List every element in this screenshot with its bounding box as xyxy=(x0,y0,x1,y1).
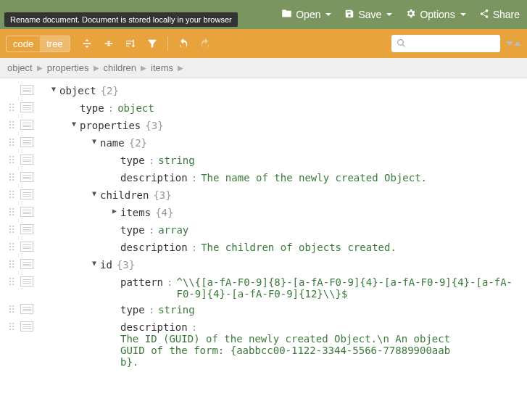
drag-handle-icon[interactable]: ⠿ xyxy=(3,259,20,271)
crumb[interactable]: object xyxy=(7,62,33,73)
drag-handle-icon[interactable]: ⠿ xyxy=(3,207,20,218)
search-prev-icon[interactable] xyxy=(514,41,521,46)
context-menu-icon[interactable] xyxy=(20,242,33,252)
node-count: {3} xyxy=(145,120,163,131)
top-actions: Open Save Options Share xyxy=(281,8,520,21)
context-menu-icon[interactable] xyxy=(20,224,33,234)
node-key[interactable]: items xyxy=(120,207,151,218)
node-key[interactable]: properties xyxy=(80,120,141,131)
collapse-all-icon[interactable] xyxy=(99,34,118,53)
colon: : xyxy=(191,242,197,253)
node-value[interactable]: array xyxy=(158,224,188,236)
node-key[interactable]: type xyxy=(80,102,104,114)
context-menu-icon[interactable] xyxy=(20,85,33,95)
redo-icon[interactable] xyxy=(196,34,215,53)
node-value[interactable]: object xyxy=(117,102,154,114)
toggle-icon[interactable]: ▼ xyxy=(88,189,100,197)
context-menu-icon[interactable] xyxy=(20,321,33,332)
context-menu-icon[interactable] xyxy=(20,304,33,314)
node-value[interactable]: The children of objects created. xyxy=(201,242,397,253)
filter-icon[interactable] xyxy=(143,34,162,53)
drag-handle-icon[interactable]: ⠿ xyxy=(3,242,20,253)
drag-handle-icon[interactable]: ⠿ xyxy=(3,120,20,131)
node-key[interactable]: type xyxy=(120,304,145,316)
mode-code[interactable]: code xyxy=(7,36,40,52)
top-bar: Rename document. Document is stored loca… xyxy=(0,0,527,29)
drag-handle-icon[interactable]: ⠿ xyxy=(3,137,20,149)
crumb[interactable]: properties xyxy=(47,62,89,73)
node-key[interactable]: type xyxy=(120,224,145,236)
crumb[interactable]: items xyxy=(151,62,173,73)
rename-tooltip: Rename document. Document is stored loca… xyxy=(4,12,238,27)
drag-handle-icon[interactable]: ⠿ xyxy=(3,172,20,184)
caret-down-icon xyxy=(460,13,466,16)
toggle-icon[interactable]: ▶ xyxy=(109,207,120,215)
node-key[interactable]: pattern xyxy=(120,276,163,288)
tool-search xyxy=(391,35,521,52)
context-menu-icon[interactable] xyxy=(20,189,33,199)
options-button[interactable]: Options xyxy=(405,8,465,21)
share-label: Share xyxy=(493,9,520,20)
search-input[interactable] xyxy=(391,35,500,52)
node-value[interactable]: ^\\{[a-fA-F0-9]{8}-[a-fA-F0-9]{4}-[a-fA-… xyxy=(176,276,517,300)
breadcrumb: object ▶ properties ▶ children ▶ items ▶ xyxy=(0,58,527,78)
toggle-icon[interactable]: ▼ xyxy=(68,120,80,128)
node-value[interactable]: string xyxy=(158,304,195,316)
context-menu-icon[interactable] xyxy=(20,137,33,147)
drag-handle-icon[interactable]: ⠿ xyxy=(3,321,20,333)
share-button[interactable]: Share xyxy=(479,8,520,21)
context-menu-icon[interactable] xyxy=(20,172,33,182)
tree-row: ⠿▼properties{3} xyxy=(3,118,524,135)
options-label: Options xyxy=(420,9,455,20)
toggle-icon[interactable]: ▼ xyxy=(48,85,59,93)
search-nav xyxy=(506,41,521,46)
node-value[interactable]: string xyxy=(158,155,195,166)
node-key[interactable]: description xyxy=(120,172,188,184)
context-menu-icon[interactable] xyxy=(20,259,33,269)
colon: : xyxy=(108,102,114,114)
tree-row: ⠿▼name{2} xyxy=(3,135,524,152)
node-key[interactable]: description xyxy=(120,321,188,333)
toggle-icon[interactable]: ▼ xyxy=(88,259,100,267)
colon: : xyxy=(191,321,197,333)
save-label: Save xyxy=(358,9,381,20)
chevron-right-icon: ▶ xyxy=(37,64,43,72)
context-menu-icon[interactable] xyxy=(20,120,33,130)
node-value[interactable]: The ID (GUID) of the newly created Objec… xyxy=(120,333,461,368)
colon: : xyxy=(167,276,173,288)
node-count: {3} xyxy=(117,259,135,271)
node-key[interactable]: id xyxy=(100,259,112,271)
drag-handle-icon[interactable]: ⠿ xyxy=(3,276,20,288)
chevron-right-icon: ▶ xyxy=(178,64,183,72)
mode-tree[interactable]: tree xyxy=(40,36,69,52)
colon: : xyxy=(191,172,197,184)
node-key[interactable]: description xyxy=(120,242,188,253)
context-menu-icon[interactable] xyxy=(20,276,33,287)
drag-handle-icon[interactable]: ⠿ xyxy=(3,189,20,201)
drag-handle-icon[interactable]: ⠿ xyxy=(3,304,20,316)
context-menu-icon[interactable] xyxy=(20,207,33,217)
drag-handle-icon[interactable]: ⠿ xyxy=(3,224,20,236)
open-button[interactable]: Open xyxy=(281,8,331,21)
colon: : xyxy=(149,155,154,166)
node-key[interactable]: type xyxy=(120,155,145,166)
toggle-icon[interactable]: ▼ xyxy=(88,137,100,145)
crumb[interactable]: children xyxy=(104,62,137,73)
context-menu-icon[interactable] xyxy=(20,102,33,112)
save-icon xyxy=(344,9,354,21)
save-button[interactable]: Save xyxy=(344,8,392,21)
node-value[interactable]: The name of the newly created Object. xyxy=(201,172,427,184)
sort-icon[interactable] xyxy=(121,34,140,53)
share-icon xyxy=(479,9,489,21)
drag-handle-icon[interactable]: ⠿ xyxy=(3,102,20,114)
context-menu-icon[interactable] xyxy=(20,155,33,165)
drag-handle-icon[interactable]: ⠿ xyxy=(3,155,20,166)
tree-row: ⠿▼children{3} xyxy=(3,187,524,205)
node-key[interactable]: object xyxy=(59,85,96,96)
node-key[interactable]: name xyxy=(100,137,125,149)
expand-all-icon[interactable] xyxy=(78,34,96,53)
search-next-icon[interactable] xyxy=(506,41,513,46)
tree-row: ⠿▼id{3} xyxy=(3,257,524,274)
node-key[interactable]: children xyxy=(100,189,149,201)
undo-icon[interactable] xyxy=(174,34,193,53)
